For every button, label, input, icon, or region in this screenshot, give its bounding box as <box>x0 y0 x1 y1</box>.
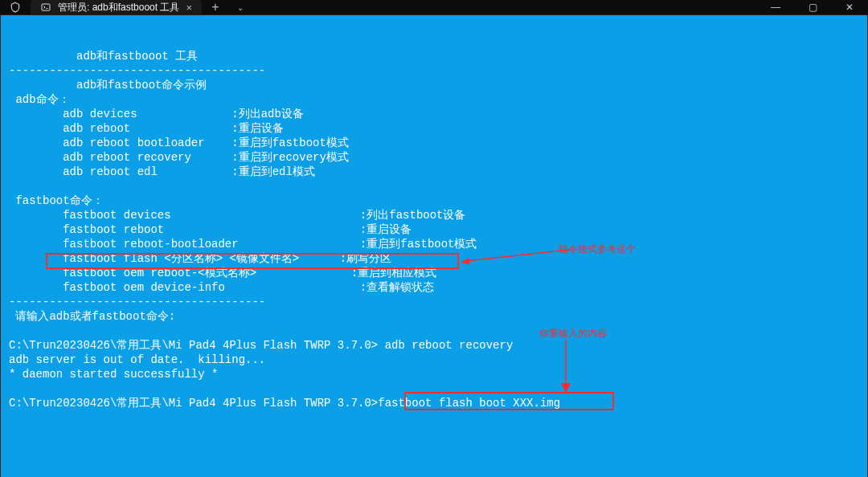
terminal-line: fastboot reboot :重启设备 <box>9 222 859 237</box>
minimize-button[interactable]: — <box>757 0 794 14</box>
terminal-line: adb server is out of date. killing... <box>9 353 859 367</box>
close-window-button[interactable]: ✕ <box>831 0 868 14</box>
terminal-line: -------------------------------------- <box>9 295 859 309</box>
terminal-line: adb reboot edl :重启到edl模式 <box>9 165 859 179</box>
terminal-line <box>9 324 859 338</box>
tab-dropdown-icon[interactable]: ⌄ <box>229 0 252 14</box>
terminal-line: fastboot reboot-bootloader :重启到fastboot模… <box>9 237 859 251</box>
terminal-line: adb命令： <box>9 92 859 107</box>
tab-close-icon[interactable]: × <box>186 2 192 14</box>
maximize-button[interactable]: ▢ <box>794 0 831 14</box>
titlebar-spacer <box>252 0 757 14</box>
terminal-window: 管理员: adb和fastbooot 工具 × + ⌄ — ▢ ✕ adb和fa… <box>0 0 868 477</box>
terminal-line: C:\Trun20230426\常用工具\Mi Pad4 4Plus Flash… <box>9 396 859 410</box>
terminal-line: adb reboot recovery :重启到recovery模式 <box>9 150 859 165</box>
terminal-line: adb reboot bootloader :重启到fastboot模式 <box>9 136 859 150</box>
shield-icon <box>0 0 31 14</box>
tab-terminal[interactable]: 管理员: adb和fastbooot 工具 × <box>31 0 202 14</box>
terminal-line <box>9 381 859 396</box>
terminal-line <box>9 179 859 194</box>
terminal-line: adb reboot :重启设备 <box>9 121 859 136</box>
terminal-line: fastboot oem reboot-<模式名称> :重启到相应模式 <box>9 266 859 280</box>
terminal-line: fastboot命令： <box>9 194 859 208</box>
terminal-line: adb devices :列出adb设备 <box>9 107 859 121</box>
terminal-line: * daemon started successfully * <box>9 367 859 381</box>
annotation-label-command-format: 指令格式参考这个 <box>559 242 636 256</box>
terminal-body[interactable]: adb和fastbooot 工具------------------------… <box>0 14 868 477</box>
terminal-line: fastboot flash <分区名称> <镜像文件名> :刷写分区 <box>9 251 859 266</box>
terminal-line: fastboot devices :列出fastboot设备 <box>9 208 859 222</box>
titlebar: 管理员: adb和fastbooot 工具 × + ⌄ — ▢ ✕ <box>0 0 868 14</box>
new-tab-button[interactable]: + <box>202 0 229 14</box>
svg-rect-0 <box>42 4 50 10</box>
terminal-line: 请输入adb或者fastboot命令: <box>9 309 859 324</box>
tab-label: 管理员: adb和fastbooot 工具 <box>58 1 179 14</box>
terminal-line: -------------------------------------- <box>9 63 859 78</box>
annotation-label-user-input: 你要输入的内容 <box>539 326 607 340</box>
terminal-line: fastboot oem device-info :查看解锁状态 <box>9 280 859 295</box>
terminal-line: adb和fastbooot 工具 <box>9 49 859 63</box>
terminal-line: adb和fastboot命令示例 <box>9 78 859 92</box>
terminal-line: C:\Trun20230426\常用工具\Mi Pad4 4Plus Flash… <box>9 338 859 353</box>
terminal-icon <box>40 2 51 13</box>
terminal-output: adb和fastbooot 工具------------------------… <box>9 49 859 410</box>
